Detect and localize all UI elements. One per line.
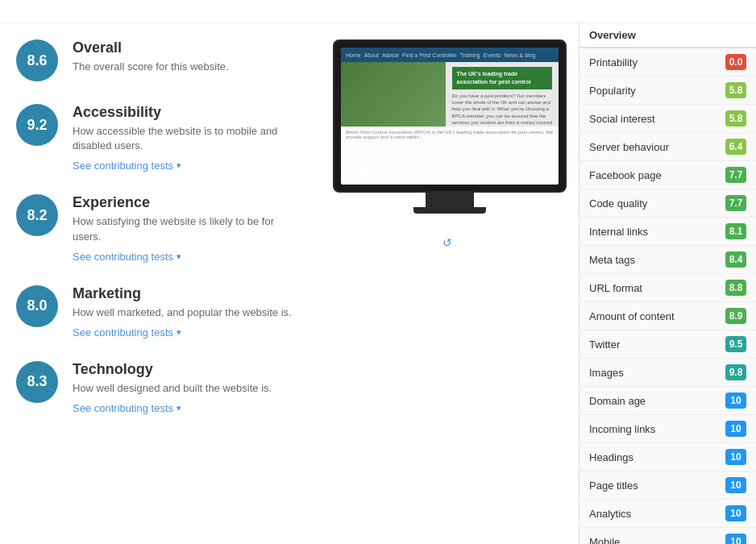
retest-icon: ↺ xyxy=(442,236,452,249)
sidebar-badge: 8.1 xyxy=(725,223,746,239)
nav-link: News & blog xyxy=(504,52,535,58)
sidebar-item-label: Overview xyxy=(589,29,636,41)
sidebar-item-label: Amount of content xyxy=(589,310,675,322)
nav-link: Training xyxy=(460,52,480,58)
right-sidebar: OverviewPrintability0.0Popularity5.8Soci… xyxy=(579,23,756,544)
score-info-technology: TechnologyHow well designed and built th… xyxy=(73,361,272,414)
score-section-experience: 8.2ExperienceHow satisfying the website … xyxy=(16,194,305,262)
retest-button[interactable]: ↺ xyxy=(442,236,457,249)
see-contributing-experience[interactable]: See contributing tests xyxy=(73,251,305,263)
sidebar-badge: 7.7 xyxy=(725,167,746,183)
center-panel: Home About Advice Find a Pest Controller… xyxy=(321,23,579,544)
score-circle-technology: 8.3 xyxy=(16,361,58,403)
sidebar-item-code-quality[interactable]: Code quality7.7 xyxy=(579,189,756,218)
monitor-screen: Home About Advice Find a Pest Controller… xyxy=(341,48,559,185)
nav-link: Home xyxy=(346,52,361,58)
sidebar-badge: 5.8 xyxy=(725,82,746,98)
monitor-stand xyxy=(426,193,474,207)
preview-content: British Pest Control Association (BPCA) … xyxy=(341,127,559,143)
sidebar-badge: 7.7 xyxy=(725,195,746,211)
sidebar-item-internal-links[interactable]: Internal links8.1 xyxy=(579,218,756,246)
score-desc-technology: How well designed and built the website … xyxy=(73,381,272,396)
sidebar-item-label: Code quality xyxy=(589,197,647,210)
sidebar-item-server-behaviour[interactable]: Server behaviour6.4 xyxy=(579,133,756,161)
nav-link: Advice xyxy=(382,52,399,58)
sidebar-badge: 10 xyxy=(725,534,746,544)
sidebar-item-facebook-page[interactable]: Facebook page7.7 xyxy=(579,161,756,189)
website-preview-container: Home About Advice Find a Pest Controller… xyxy=(333,39,567,214)
nav-link: Events xyxy=(484,52,501,58)
sidebar-badge: 8.4 xyxy=(725,251,746,268)
preview-hero: The UK's leading tradeassociation for pe… xyxy=(341,62,559,127)
score-circle-marketing: 8.0 xyxy=(16,285,58,327)
see-contributing-marketing[interactable]: See contributing tests xyxy=(73,326,292,338)
sidebar-item-url-format[interactable]: URL format8.8 xyxy=(579,274,756,302)
sidebar-item-label: Images xyxy=(589,367,624,379)
sidebar-badge: 9.8 xyxy=(725,364,746,380)
sidebar-item-analytics[interactable]: Analytics10 xyxy=(579,500,756,528)
score-label-accessibility: Accessibility xyxy=(73,104,305,121)
see-contributing-accessibility[interactable]: See contributing tests xyxy=(73,160,305,172)
sidebar-item-printability[interactable]: Printability0.0 xyxy=(579,48,756,77)
preview-nav: Home About Advice Find a Pest Controller… xyxy=(341,48,559,62)
sidebar-badge: 10 xyxy=(725,421,746,437)
score-label-overall: Overall xyxy=(73,39,229,56)
sidebar-badge: 6.4 xyxy=(725,139,746,155)
monitor-base xyxy=(413,207,486,214)
score-circle-accessibility: 9.2 xyxy=(16,104,58,146)
sidebar-item-twitter[interactable]: Twitter9.5 xyxy=(579,330,756,359)
page-header xyxy=(0,0,756,23)
sidebar-item-popularity[interactable]: Popularity5.8 xyxy=(579,77,756,105)
sidebar-item-label: Analytics xyxy=(589,508,631,520)
sidebar-item-label: Page titles xyxy=(589,480,638,492)
main-content: 8.6OverallThe overall score for this web… xyxy=(0,23,756,544)
sidebar-item-domain-age[interactable]: Domain age10 xyxy=(579,387,756,415)
sidebar-item-meta-tags[interactable]: Meta tags8.4 xyxy=(579,246,756,274)
sidebar-item-label: URL format xyxy=(589,282,642,294)
sidebar-item-overview: Overview xyxy=(579,23,756,48)
sidebar-badge: 8.8 xyxy=(725,280,746,296)
sidebar-item-label: Headings xyxy=(589,451,633,463)
sidebar-item-label: Domain age xyxy=(589,395,646,407)
see-contributing-technology[interactable]: See contributing tests xyxy=(73,402,272,414)
sidebar-badge: 10 xyxy=(725,477,746,493)
sidebar-item-page-titles[interactable]: Page titles10 xyxy=(579,471,756,500)
score-section-marketing: 8.0MarketingHow well marketed, and popul… xyxy=(16,285,305,338)
score-desc-accessibility: How accessible the website is to mobile … xyxy=(73,124,305,153)
sidebar-badge: 10 xyxy=(725,449,746,465)
sidebar-item-images[interactable]: Images9.8 xyxy=(579,359,756,387)
sidebar-item-social-interest[interactable]: Social interest5.8 xyxy=(579,105,756,133)
sidebar-badge: 0.0 xyxy=(725,54,746,70)
score-section-technology: 8.3TechnologyHow well designed and built… xyxy=(16,361,305,414)
nav-link: Find a Pest Controller xyxy=(402,52,457,58)
sidebar-item-label: Popularity xyxy=(589,85,636,97)
sidebar-item-headings[interactable]: Headings10 xyxy=(579,443,756,471)
sidebar-item-incoming-links[interactable]: Incoming links10 xyxy=(579,415,756,443)
monitor: Home About Advice Find a Pest Controller… xyxy=(333,39,567,193)
sidebar-badge: 10 xyxy=(725,505,746,521)
score-label-marketing: Marketing xyxy=(73,285,292,302)
sidebar-item-mobile[interactable]: Mobile10 xyxy=(579,528,756,544)
sidebar-item-label: Social interest xyxy=(589,113,655,125)
sidebar-item-amount-of-content[interactable]: Amount of content8.9 xyxy=(579,302,756,330)
sidebar-badge: 10 xyxy=(725,392,746,409)
sidebar-item-label: Meta tags xyxy=(589,254,635,266)
score-desc-overall: The overall score for this website. xyxy=(73,60,229,74)
left-panel: 8.6OverallThe overall score for this web… xyxy=(0,23,321,544)
score-info-experience: ExperienceHow satisfying the website is … xyxy=(73,194,305,262)
nav-link: About xyxy=(364,52,379,58)
score-label-technology: Technology xyxy=(73,361,272,378)
sidebar-badge: 8.9 xyxy=(725,308,746,324)
score-circle-experience: 8.2 xyxy=(16,194,58,236)
sidebar-badge: 9.5 xyxy=(725,336,746,352)
score-circle-overall: 8.6 xyxy=(16,39,58,81)
score-desc-marketing: How well marketed, and popular the websi… xyxy=(73,305,292,320)
sidebar-item-label: Server behaviour xyxy=(589,141,669,153)
sidebar-item-label: Incoming links xyxy=(589,423,655,435)
score-info-accessibility: AccessibilityHow accessible the website … xyxy=(73,104,305,172)
sidebar-item-label: Twitter xyxy=(589,338,620,351)
score-label-experience: Experience xyxy=(73,194,305,211)
sidebar-item-label: Printability xyxy=(589,56,638,69)
score-info-marketing: MarketingHow well marketed, and popular … xyxy=(73,285,292,338)
score-section-overall: 8.6OverallThe overall score for this web… xyxy=(16,39,305,81)
